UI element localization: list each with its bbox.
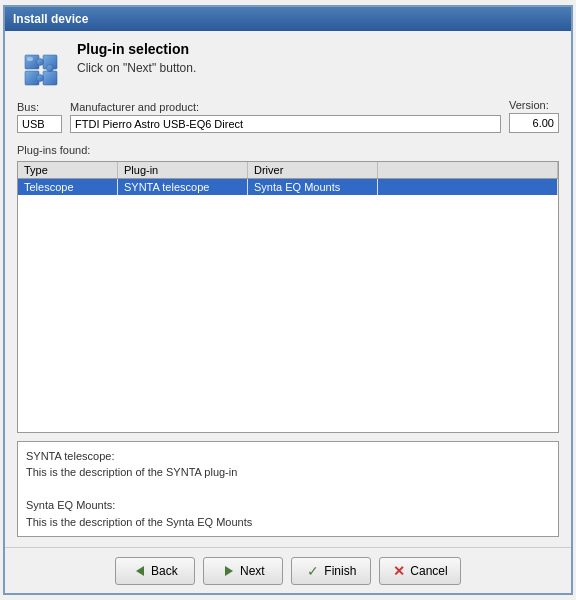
svg-rect-3: [43, 71, 57, 85]
row-extra: [378, 179, 558, 195]
header-title: Plug-in selection: [77, 41, 196, 57]
table-header: Type Plug-in Driver: [18, 162, 558, 179]
next-button[interactable]: Next: [203, 557, 283, 585]
svg-point-5: [37, 75, 44, 82]
description-text: SYNTA telescope:This is the description …: [26, 450, 252, 528]
col-header-driver: Driver: [248, 162, 378, 178]
bus-value: USB: [22, 118, 45, 130]
back-label: Back: [151, 564, 178, 578]
puzzle-icon: [17, 41, 65, 89]
row-plugin: SYNTA telescope: [118, 179, 248, 195]
version-label: Version:: [509, 99, 559, 111]
table-body: Telescope SYNTA telescope Synta EQ Mount…: [18, 179, 558, 432]
header-section: Plug-in selection Click on "Next" button…: [17, 41, 559, 89]
version-value: 6.00: [533, 117, 554, 129]
plugins-label-row: Plug-ins found:: [17, 143, 559, 157]
next-label: Next: [240, 564, 265, 578]
version-value-box: 6.00: [509, 113, 559, 133]
col-header-extra: [378, 162, 558, 178]
bus-value-box: USB: [17, 115, 62, 133]
finish-label: Finish: [324, 564, 356, 578]
button-bar: Back Next ✓ Finish ✕ Cancel: [5, 547, 571, 593]
col-header-plugin: Plug-in: [118, 162, 248, 178]
finish-button[interactable]: ✓ Finish: [291, 557, 371, 585]
manufacturer-col: Manufacturer and product: FTDI Pierro As…: [70, 101, 501, 133]
version-col: Version: 6.00: [509, 99, 559, 133]
header-text: Plug-in selection Click on "Next" button…: [77, 41, 196, 75]
svg-point-4: [37, 59, 44, 66]
cancel-label: Cancel: [410, 564, 447, 578]
plugins-table-container: Type Plug-in Driver Telescope SYNTA tele…: [17, 161, 559, 433]
content-area: Plug-in selection Click on "Next" button…: [5, 31, 571, 547]
row-driver: Synta EQ Mounts: [248, 179, 378, 195]
bus-col: Bus: USB: [17, 101, 62, 133]
manufacturer-value-box: FTDI Pierro Astro USB-EQ6 Direct: [70, 115, 501, 133]
table-row[interactable]: Telescope SYNTA telescope Synta EQ Mount…: [18, 179, 558, 195]
cancel-icon: ✕: [392, 564, 406, 578]
col-header-type: Type: [18, 162, 118, 178]
back-button[interactable]: Back: [115, 557, 195, 585]
dialog-title: Install device: [13, 12, 88, 26]
title-bar: Install device: [5, 7, 571, 31]
cancel-button[interactable]: ✕ Cancel: [379, 557, 460, 585]
back-icon: [133, 564, 147, 578]
manufacturer-value: FTDI Pierro Astro USB-EQ6 Direct: [75, 118, 243, 130]
header-subtitle: Click on "Next" button.: [77, 61, 196, 75]
row-type: Telescope: [18, 179, 118, 195]
svg-point-6: [47, 65, 54, 72]
svg-point-7: [27, 57, 33, 61]
manufacturer-label: Manufacturer and product:: [70, 101, 501, 113]
description-box: SYNTA telescope:This is the description …: [17, 441, 559, 538]
finish-icon: ✓: [306, 564, 320, 578]
install-device-dialog: Install device: [3, 5, 573, 595]
plugins-label: Plug-ins found:: [17, 144, 90, 156]
next-icon: [222, 564, 236, 578]
bus-manufacturer-row: Bus: USB Manufacturer and product: FTDI …: [17, 99, 559, 133]
bus-label: Bus:: [17, 101, 62, 113]
